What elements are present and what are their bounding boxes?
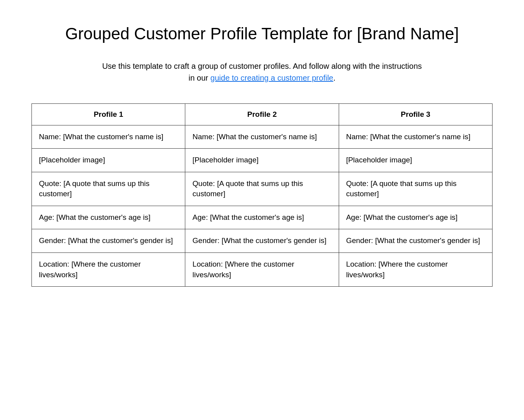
profile-table: Profile 1 Profile 2 Profile 3 Name: [Wha…	[31, 103, 493, 287]
gender-row-col3: Gender: [What the customer's gender is]	[339, 229, 492, 253]
name-row-col1: Name: [What the customer's name is]	[32, 125, 185, 149]
table-row: Age: [What the customer's age is]Age: [W…	[32, 206, 493, 229]
placeholder-image-row-col2: [Placeholder image]	[185, 149, 339, 172]
guide-link[interactable]: guide to creating a customer profile	[210, 74, 333, 82]
location-row-col2: Location: [Where the customer lives/work…	[185, 253, 339, 287]
gender-row-col2: Gender: [What the customer's gender is]	[185, 229, 339, 253]
table-row: Quote: [A quote that sums up this custom…	[32, 172, 493, 206]
column-header-profile3: Profile 3	[339, 103, 492, 125]
age-row-col1: Age: [What the customer's age is]	[32, 206, 185, 229]
intro-text-after-link: .	[333, 74, 336, 82]
quote-row-col1: Quote: [A quote that sums up this custom…	[32, 172, 185, 206]
location-row-col1: Location: [Where the customer lives/work…	[32, 253, 185, 287]
page-title: Grouped Customer Profile Template for [B…	[31, 24, 493, 44]
age-row-col2: Age: [What the customer's age is]	[185, 206, 339, 229]
intro-paragraph: Use this template to craft a group of cu…	[31, 60, 493, 84]
quote-row-col3: Quote: [A quote that sums up this custom…	[339, 172, 492, 206]
table-header-row: Profile 1 Profile 2 Profile 3	[32, 103, 493, 125]
location-row-col3: Location: [Where the customer lives/work…	[339, 253, 492, 287]
table-row: Location: [Where the customer lives/work…	[32, 253, 493, 287]
placeholder-image-row-col3: [Placeholder image]	[339, 149, 492, 172]
table-row: Gender: [What the customer's gender is]G…	[32, 229, 493, 253]
quote-row-col2: Quote: [A quote that sums up this custom…	[185, 172, 339, 206]
table-row: [Placeholder image][Placeholder image][P…	[32, 149, 493, 172]
placeholder-image-row-col1: [Placeholder image]	[32, 149, 185, 172]
gender-row-col1: Gender: [What the customer's gender is]	[32, 229, 185, 253]
name-row-col3: Name: [What the customer's name is]	[339, 125, 492, 149]
table-row: Name: [What the customer's name is]Name:…	[32, 125, 493, 149]
column-header-profile2: Profile 2	[185, 103, 339, 125]
column-header-profile1: Profile 1	[32, 103, 185, 125]
name-row-col2: Name: [What the customer's name is]	[185, 125, 339, 149]
age-row-col3: Age: [What the customer's age is]	[339, 206, 492, 229]
